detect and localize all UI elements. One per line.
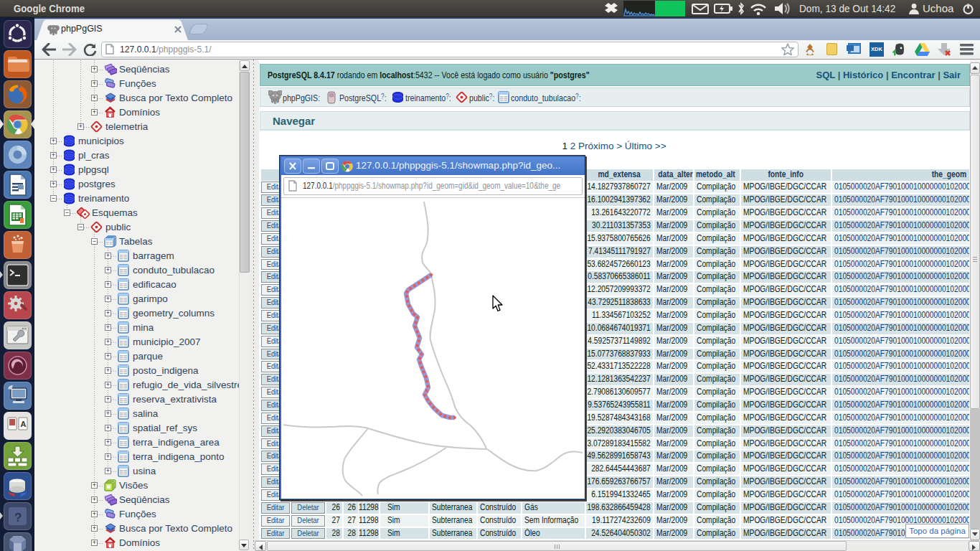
svg-text:A: A: [21, 420, 27, 428]
svg-text:?: ?: [14, 511, 22, 524]
